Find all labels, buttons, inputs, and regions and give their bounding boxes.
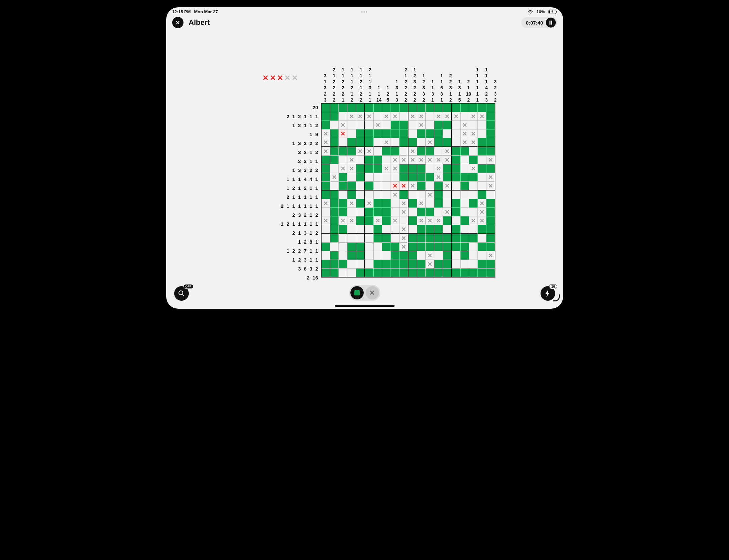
grid-cell[interactable]: [356, 129, 365, 138]
grid-cell[interactable]: [452, 182, 460, 191]
grid-cell[interactable]: [330, 156, 339, 164]
grid-cell[interactable]: [365, 269, 373, 277]
grid-cell[interactable]: [399, 199, 408, 208]
grid-cell[interactable]: [348, 121, 356, 129]
zoom-button[interactable]: OFF: [174, 286, 189, 301]
grid-cell[interactable]: [356, 251, 365, 260]
grid-cell[interactable]: [356, 225, 365, 234]
grid-cell[interactable]: [478, 104, 486, 112]
grid-cell[interactable]: [426, 251, 434, 260]
grid-cell[interactable]: [373, 269, 382, 277]
grid-cell[interactable]: [348, 156, 356, 164]
grid-cell[interactable]: [478, 216, 486, 225]
grid-cell[interactable]: [486, 208, 495, 216]
grid-cell[interactable]: [443, 191, 452, 199]
column-clue[interactable]: 1313: [392, 47, 401, 103]
grid-cell[interactable]: [486, 191, 495, 199]
grid-cell[interactable]: [408, 121, 417, 129]
grid-cell[interactable]: [460, 182, 469, 191]
grid-cell[interactable]: [443, 164, 452, 173]
grid-cell[interactable]: [408, 147, 417, 156]
grid-cell[interactable]: [417, 121, 426, 129]
grid-cell[interactable]: [382, 129, 391, 138]
grid-cell[interactable]: [417, 199, 426, 208]
grid-cell[interactable]: [452, 138, 460, 147]
grid-cell[interactable]: [486, 121, 495, 129]
grid-cell[interactable]: [443, 129, 452, 138]
grid-cell[interactable]: [382, 225, 391, 234]
grid-cell[interactable]: [443, 182, 452, 191]
grid-cell[interactable]: [339, 164, 348, 173]
grid-cell[interactable]: [382, 156, 391, 164]
grid-cell[interactable]: [373, 216, 382, 225]
column-clue[interactable]: 111212: [348, 47, 357, 103]
grid-cell[interactable]: [330, 104, 339, 112]
grid-cell[interactable]: [478, 225, 486, 234]
grid-cell[interactable]: [443, 104, 452, 112]
grid-cell[interactable]: [486, 147, 495, 156]
grid-cell[interactable]: [478, 260, 486, 269]
grid-cell[interactable]: [348, 104, 356, 112]
cross-tool-button[interactable]: ✕: [365, 286, 379, 299]
grid-cell[interactable]: [434, 164, 443, 173]
grid-cell[interactable]: [348, 199, 356, 208]
grid-cell[interactable]: [426, 243, 434, 251]
grid-cell[interactable]: [382, 182, 391, 191]
grid-cell[interactable]: [373, 182, 382, 191]
grid-cell[interactable]: [434, 104, 443, 112]
grid-cell[interactable]: [373, 199, 382, 208]
grid-cell[interactable]: [443, 269, 452, 277]
row-clue[interactable]: 13222: [249, 139, 320, 148]
grid-cell[interactable]: [434, 182, 443, 191]
grid-cell[interactable]: [399, 112, 408, 121]
grid-cell[interactable]: [469, 260, 478, 269]
grid-cell[interactable]: [417, 129, 426, 138]
row-clue[interactable]: 211111: [249, 193, 320, 201]
grid-cell[interactable]: [452, 104, 460, 112]
grid-cell[interactable]: [417, 164, 426, 173]
grid-cell[interactable]: [330, 173, 339, 182]
grid-cell[interactable]: [469, 173, 478, 182]
grid-cell[interactable]: [348, 138, 356, 147]
column-clue[interactable]: 123222: [410, 47, 419, 103]
grid-cell[interactable]: [373, 225, 382, 234]
grid-cell[interactable]: [486, 138, 495, 147]
grid-cell[interactable]: [417, 208, 426, 216]
grid-cell[interactable]: [356, 199, 365, 208]
grid-cell[interactable]: [452, 260, 460, 269]
grid-cell[interactable]: [408, 129, 417, 138]
grid-cell[interactable]: [460, 104, 469, 112]
grid-cell[interactable]: [408, 156, 417, 164]
grid-cell[interactable]: [486, 243, 495, 251]
grid-cell[interactable]: [356, 138, 365, 147]
grid-cell[interactable]: [348, 208, 356, 216]
row-clue[interactable]: 122711: [249, 246, 320, 255]
grid-cell[interactable]: [417, 216, 426, 225]
grid-cell[interactable]: [469, 243, 478, 251]
grid-cell[interactable]: [478, 164, 486, 173]
grid-cell[interactable]: [460, 129, 469, 138]
grid-cell[interactable]: [356, 260, 365, 269]
grid-cell[interactable]: [356, 208, 365, 216]
grid-cell[interactable]: [452, 112, 460, 121]
column-clue[interactable]: 21102: [464, 47, 473, 103]
grid-cell[interactable]: [356, 156, 365, 164]
grid-cell[interactable]: [391, 234, 399, 243]
grid-cell[interactable]: [322, 251, 330, 260]
grid-cell[interactable]: [443, 243, 452, 251]
row-clue[interactable]: 2211: [249, 157, 320, 166]
grid-cell[interactable]: [460, 243, 469, 251]
grid-cell[interactable]: [382, 104, 391, 112]
grid-cell[interactable]: [339, 260, 348, 269]
column-clue[interactable]: 112221: [339, 47, 348, 103]
grid-cell[interactable]: [408, 112, 417, 121]
grid-cell[interactable]: [460, 138, 469, 147]
grid-cell[interactable]: [348, 147, 356, 156]
grid-cell[interactable]: [417, 147, 426, 156]
grid-cell[interactable]: [330, 269, 339, 277]
grid-cell[interactable]: [426, 269, 434, 277]
grid-cell[interactable]: [452, 208, 460, 216]
column-clue[interactable]: 11631: [437, 47, 446, 103]
nonogram-grid[interactable]: [321, 103, 495, 278]
grid-cell[interactable]: [356, 112, 365, 121]
